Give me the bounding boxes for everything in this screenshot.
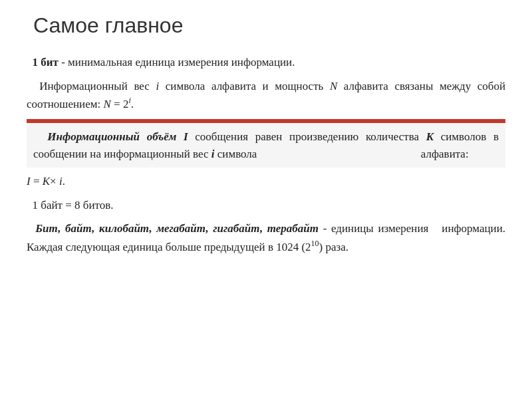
paragraph-bytes: 1 байт = 8 битов. <box>27 197 505 214</box>
bit-term: 1 бит <box>33 56 59 68</box>
paragraph-2: Информационный вес i символа алфавита и … <box>27 78 505 113</box>
sup-i: i <box>128 96 130 105</box>
page: Самое главное 1 бит - минимальная единиц… <box>0 0 532 399</box>
italic-i: i <box>156 80 159 92</box>
formula-k: K <box>43 175 50 188</box>
units-list: Бит, байт, килобайт, мегабайт, гигабайт,… <box>35 222 319 235</box>
formula-i: I <box>27 175 31 188</box>
content-area: 1 бит - минимальная единица измерения ин… <box>27 54 505 255</box>
page-title: Самое главное <box>33 13 505 38</box>
paragraph-1: 1 бит - минимальная единица измерения ин… <box>27 54 505 71</box>
highlight-term: Информационный объём I <box>47 130 188 143</box>
paragraph-units: Бит, байт, килобайт, мегабайт, гигабайт,… <box>27 220 505 255</box>
k-term: K <box>426 130 434 143</box>
formula-n: N <box>103 98 110 110</box>
i-term: i <box>211 148 215 160</box>
italic-n: N <box>330 80 337 92</box>
formula-i2: i <box>59 175 63 188</box>
highlighted-block: Информационный объём I сообщения равен п… <box>27 121 505 168</box>
formula-line: I = K× i. <box>27 173 505 190</box>
